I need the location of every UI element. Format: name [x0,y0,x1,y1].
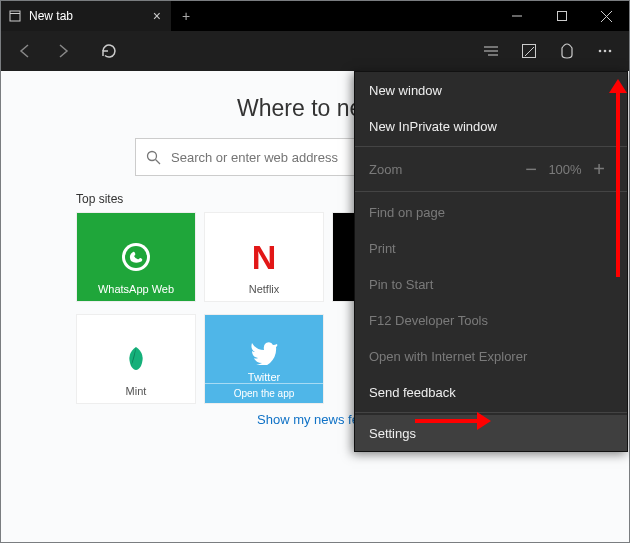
svg-point-12 [604,50,607,53]
menu-feedback[interactable]: Send feedback [355,374,627,410]
new-tab-button[interactable]: + [171,1,201,31]
minimize-button[interactable] [494,1,539,31]
menu-settings[interactable]: Settings [355,415,627,451]
tile-mint[interactable]: Mint [76,314,196,404]
menu-zoom-row: Zoom − 100% + [355,149,627,189]
twitter-icon [250,341,278,365]
netflix-icon: N [252,238,277,277]
close-button[interactable] [584,1,629,31]
forward-button[interactable] [45,33,81,69]
tab-newtab[interactable]: New tab × [1,1,171,31]
zoom-value: 100% [545,162,585,177]
whatsapp-icon [120,241,152,273]
maximize-button[interactable] [539,1,584,31]
search-icon [146,150,161,165]
tile-netflix[interactable]: N Netflix [204,212,324,302]
menu-pin[interactable]: Pin to Start [355,266,627,302]
svg-rect-9 [523,45,536,58]
svg-rect-3 [557,12,566,21]
tile-twitter[interactable]: Twitter Open the app [204,314,324,404]
tile-label: Mint [77,385,195,397]
more-button[interactable] [587,33,623,69]
svg-line-10 [525,47,534,56]
share-button[interactable] [549,33,585,69]
svg-point-11 [599,50,602,53]
tile-label: Netflix [205,283,323,295]
more-menu: New window New InPrivate window Zoom − 1… [354,71,628,452]
menu-new-inprivate[interactable]: New InPrivate window [355,108,627,144]
mint-icon [121,344,151,374]
menu-new-window[interactable]: New window [355,72,627,108]
reading-view-button[interactable] [473,33,509,69]
svg-point-14 [148,151,157,160]
titlebar: New tab × + [1,1,629,31]
note-button[interactable] [511,33,547,69]
toolbar [1,31,629,71]
tile-sublabel[interactable]: Open the app [205,383,323,403]
svg-point-17 [125,246,147,268]
menu-devtools[interactable]: F12 Developer Tools [355,302,627,338]
menu-separator [355,146,627,147]
menu-find[interactable]: Find on page [355,194,627,230]
refresh-button[interactable] [91,33,127,69]
menu-print[interactable]: Print [355,230,627,266]
browser-window: New tab × + [0,0,630,543]
menu-open-ie[interactable]: Open with Internet Explorer [355,338,627,374]
tile-whatsapp[interactable]: WhatsApp Web [76,212,196,302]
svg-rect-0 [10,11,20,21]
menu-separator [355,191,627,192]
page-icon [9,10,21,22]
tab-close-icon[interactable]: × [153,8,161,24]
zoom-out-button[interactable]: − [517,158,545,181]
zoom-label: Zoom [369,162,402,177]
menu-separator [355,412,627,413]
svg-point-13 [609,50,612,53]
tile-label: WhatsApp Web [77,283,195,295]
tab-title: New tab [29,9,73,23]
svg-line-15 [156,159,161,164]
back-button[interactable] [7,33,43,69]
zoom-in-button[interactable]: + [585,158,613,181]
tile-label: Twitter [205,371,323,383]
